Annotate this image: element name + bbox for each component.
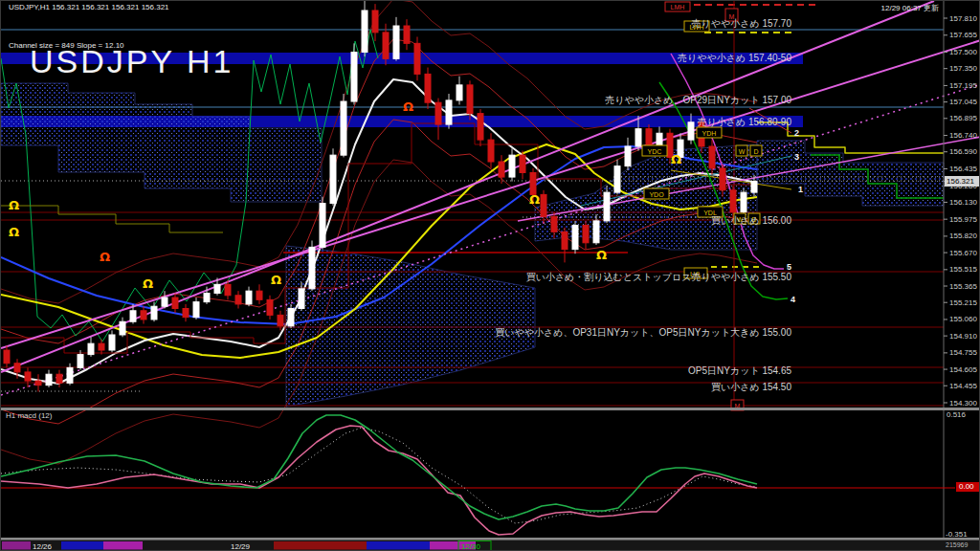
candle-body [625, 146, 631, 166]
order-annotation: 買い小さめ・割り込むとストップロス売りやや小さめ 155.50 [526, 272, 792, 282]
candle-body [309, 247, 315, 289]
candle-body [730, 190, 736, 212]
timeline-date-label: 12/29 [231, 542, 251, 551]
trendline-number-label: 4 [791, 295, 795, 304]
price-axis-label: 157.350 [949, 64, 977, 73]
candle-body [414, 43, 420, 74]
candle-body [141, 311, 146, 320]
omega-marker-icon: Ω [271, 273, 281, 287]
candle-body [120, 321, 125, 335]
price-axis-label: 156.895 [949, 114, 977, 122]
candle-body [267, 299, 273, 315]
candle-body [256, 291, 262, 299]
candle-body [4, 350, 10, 364]
price-axis-label: 155.975 [949, 215, 977, 224]
candle-body [393, 26, 399, 58]
price-axis-label: 156.590 [949, 147, 977, 156]
price-axis-label: 154.300 [949, 399, 977, 408]
session-segment [2, 541, 31, 550]
candle-body [183, 309, 189, 318]
price-axis-label: 154.910 [949, 332, 977, 341]
candle-body [404, 26, 410, 43]
candle-body [46, 374, 52, 385]
candle-body [467, 85, 473, 114]
candle-body [372, 11, 378, 33]
chart-surface[interactable]: ΩΩΩΩΩΩΩΩΩLWHYDHYDCYDOYDLWDWDLVLLMHMM2315… [1, 1, 980, 551]
candle-body [25, 372, 31, 381]
macd-indicator-label: H1 macd (12) [6, 411, 52, 420]
trendline-number-label: 2 [794, 128, 799, 138]
price-axis-label: 155.820 [949, 231, 977, 240]
macd-current-value-box: 0.00 [956, 482, 980, 492]
omega-marker-icon: Ω [143, 276, 153, 291]
pane-separator [1, 538, 980, 540]
omega-marker-red-icon: Ω [100, 250, 110, 264]
candle-body [299, 289, 304, 309]
candle-body [14, 364, 20, 372]
omega-marker-red-icon: Ω [403, 99, 413, 114]
candle-body [635, 129, 641, 146]
session-segment [367, 541, 430, 550]
candle-body [99, 343, 104, 350]
candle-body [604, 192, 610, 221]
candle-body [709, 146, 715, 168]
session-segment [61, 541, 103, 550]
candle-body [425, 74, 431, 102]
order-annotation: 売り小さめ 156.80-90 [697, 117, 791, 127]
trendline-number-label: 5 [787, 262, 791, 272]
session-segment [103, 541, 143, 550]
order-annotation: 買い小さめ 154.50 [711, 382, 792, 392]
order-annotation: 売りやや小さめ、OP29日NYカット 157.00 [605, 95, 791, 105]
candle-body [478, 114, 483, 140]
candle-body [288, 309, 294, 326]
symbol-watermark: USDJPY H1 [30, 43, 234, 80]
candle-body [457, 85, 462, 100]
trendline-number-label: 3 [794, 152, 799, 162]
candle-body [446, 100, 452, 124]
candle-body [351, 53, 357, 102]
candle-body [646, 129, 652, 146]
candle-body [614, 166, 620, 192]
monthly-level-box-label: LMH [671, 4, 685, 11]
price-axis-label: 156.435 [949, 165, 977, 173]
period-level-box-label: YDH [702, 130, 717, 137]
candle-body [383, 33, 389, 58]
candle-body [204, 293, 210, 301]
price-axis-label: 155.060 [949, 315, 977, 323]
candle-body [56, 374, 62, 383]
symbol-quote-line: USDJPY,H1 156.321 156.321 156.321 156.32… [9, 3, 169, 11]
candle-body [593, 221, 599, 243]
candle-body [130, 311, 136, 321]
macd-scale-max: 0.516 [947, 410, 966, 419]
macd-scale-min: -0.351 [946, 530, 968, 539]
price-axis-label: 154.455 [949, 382, 977, 390]
price-axis-label: 157.195 [949, 81, 977, 90]
candle-body [278, 315, 283, 325]
candle-body [214, 284, 220, 293]
candle-body [35, 381, 41, 386]
period-level-box-label: YDO [649, 191, 664, 198]
candle-body [341, 101, 346, 155]
omega-marker-icon: Ω [596, 248, 607, 262]
price-axis-label: 155.365 [949, 282, 977, 291]
candle-body [541, 194, 546, 216]
candle-body [320, 204, 325, 248]
omega-marker-icon: Ω [9, 225, 19, 239]
order-annotation: OP5日NYカット 154.65 [688, 365, 791, 376]
timeline-date-label: 12/26 [33, 542, 53, 551]
last-update-timestamp: 12/29 06:37 更新 [881, 3, 939, 13]
price-axis-label: 155.670 [949, 249, 977, 257]
candle-body [751, 182, 757, 192]
period-level-box-label: W [739, 148, 746, 155]
candle-body [509, 155, 515, 177]
candle-body [720, 168, 725, 190]
candle-body [551, 216, 557, 231]
candle-body [499, 162, 504, 177]
order-annotation: 売りやや小さめ 157.70 [691, 18, 791, 29]
pane-separator [1, 408, 980, 410]
candle-body [520, 155, 525, 172]
price-axis-label: 157.045 [949, 98, 977, 106]
candle-body [88, 343, 94, 354]
current-price-box: 156.321 [945, 176, 980, 187]
candle-body [225, 284, 231, 295]
